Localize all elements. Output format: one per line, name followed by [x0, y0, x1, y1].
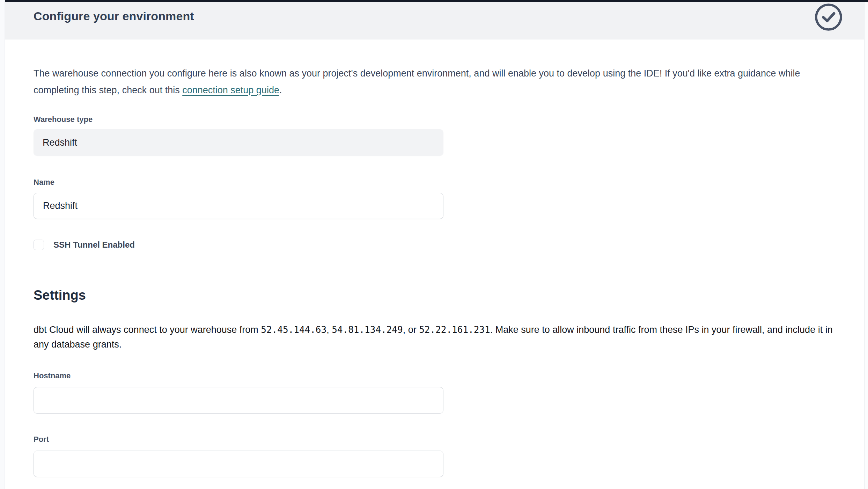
intro-text-before: The warehouse connection you configure h… [34, 68, 800, 95]
ip-address: 52.45.144.63 [261, 324, 326, 335]
warehouse-type-label: Warehouse type [34, 115, 836, 124]
ssh-tunnel-label: SSH Tunnel Enabled [53, 240, 135, 250]
connection-setup-guide-link[interactable]: connection setup guide [182, 85, 279, 95]
hostname-input[interactable] [34, 387, 443, 414]
panel-header: Configure your environment [5, 2, 864, 39]
page-title: Configure your environment [5, 2, 864, 23]
environment-config-panel: Configure your environment The warehouse… [5, 0, 864, 489]
intro-paragraph: The warehouse connection you configure h… [34, 65, 830, 98]
note-text-segment: dbt Cloud will always connect to your wa… [34, 324, 261, 335]
settings-heading: Settings [34, 287, 836, 303]
page-background-edge [0, 0, 5, 489]
name-input[interactable] [34, 193, 443, 219]
ssh-tunnel-row: SSH Tunnel Enabled [34, 240, 836, 250]
ip-address: 52.22.161.231 [419, 324, 490, 335]
ssh-tunnel-checkbox[interactable] [34, 240, 44, 250]
scrollbar-track[interactable] [864, 0, 868, 489]
ip-allowlist-note: dbt Cloud will always connect to your wa… [34, 322, 836, 352]
name-label: Name [34, 178, 836, 187]
intro-text-after: . [279, 85, 282, 95]
port-label: Port [34, 435, 836, 444]
note-text-segment: , [326, 324, 332, 335]
port-input[interactable] [34, 451, 443, 477]
top-accent-bar [5, 0, 868, 2]
ip-address: 54.81.134.249 [332, 324, 403, 335]
form-content: The warehouse connection you configure h… [5, 65, 864, 477]
hostname-label: Hostname [34, 371, 836, 380]
note-text-segment: , or [403, 324, 419, 335]
warehouse-type-field [34, 129, 443, 156]
check-circle-icon [815, 3, 842, 31]
